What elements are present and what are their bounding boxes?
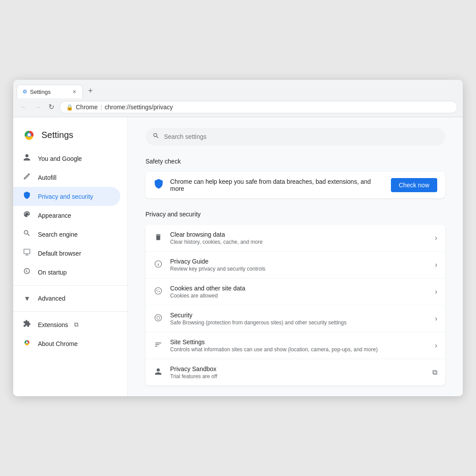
svg-point-6 [26,342,28,343]
new-tab-button[interactable]: + [84,83,97,98]
row-privacy-guide[interactable]: Privacy Guide Review key privacy and sec… [145,252,445,279]
row-subtitle-privacy-guide: Review key privacy and security controls [170,266,428,272]
sidebar-divider [13,285,127,286]
sidebar-advanced-header[interactable]: ▾ Advanced [13,289,120,308]
row-subtitle-clear-browsing: Clear history, cookies, cache, and more [170,239,428,245]
svg-rect-3 [24,249,30,254]
svg-point-11 [156,290,157,290]
settings-title: Settings [41,130,73,140]
active-tab[interactable]: ⚙ Settings × [17,85,83,98]
sidebar: Settings You and Google Autofill Privacy… [13,117,128,396]
privacy-sandbox-icon [153,368,163,378]
row-security[interactable]: Security Safe Browsing (protection from … [145,305,445,332]
search-input[interactable] [164,133,438,140]
row-subtitle-privacy-sandbox: Trial features are off [170,373,425,379]
forward-button[interactable]: → [33,102,43,112]
sidebar-item-default-browser[interactable]: Default browser [13,244,120,263]
tab-label: Settings [30,89,69,95]
svg-point-14 [157,291,158,292]
search-engine-icon [22,229,32,239]
sidebar-item-extensions[interactable]: Extensions ⧉ [13,315,120,334]
chrome-logo [22,128,36,142]
row-title-cookies: Cookies and other site data [170,285,428,292]
site-settings-icon [153,341,163,351]
tab-favicon: ⚙ [22,89,27,95]
row-title-privacy-sandbox: Privacy Sandbox [170,365,425,372]
search-bar[interactable] [145,128,445,145]
row-subtitle-site-settings: Controls what information sites can use … [170,346,428,353]
default-browser-icon [22,248,32,258]
sidebar-item-you-and-google[interactable]: You and Google [13,149,120,168]
settings-page: Settings You and Google Autofill Privacy… [13,117,463,396]
sidebar-label-about-chrome: About Chrome [38,340,78,347]
sidebar-divider-2 [13,311,127,312]
search-icon [152,132,160,141]
safety-check-title: Safety check [145,158,445,165]
sidebar-item-privacy-security[interactable]: Privacy and security [13,187,120,206]
row-cookies[interactable]: Cookies and other site data Cookies are … [145,279,445,305]
row-external-privacy-sandbox: ⧉ [432,368,437,376]
appearance-icon [22,210,32,220]
refresh-button[interactable]: ↻ [47,102,56,112]
sidebar-label-appearance: Appearance [38,212,71,219]
back-button[interactable]: ← [19,102,29,112]
row-title-site-settings: Site Settings [170,338,428,346]
svg-point-10 [155,287,162,294]
sidebar-item-about-chrome[interactable]: About Chrome [13,334,120,353]
row-subtitle-security: Safe Browsing (protection from dangerous… [170,320,428,326]
row-arrow-clear-browsing: › [435,234,437,242]
extensions-icon [22,320,32,330]
shield-icon [22,191,32,201]
privacy-guide-icon [153,260,163,270]
sidebar-item-on-startup[interactable]: On startup [13,263,120,282]
row-clear-browsing[interactable]: Clear browsing data Clear history, cooki… [145,225,445,252]
privacy-security-card: Clear browsing data Clear history, cooki… [145,225,445,386]
svg-point-2 [28,134,31,137]
check-now-button[interactable]: Check now [391,178,437,192]
row-title-privacy-guide: Privacy Guide [170,258,428,265]
sidebar-label-you-and-google: You and Google [38,155,82,162]
about-chrome-icon [22,338,32,349]
row-privacy-sandbox[interactable]: Privacy Sandbox Trial features are off ⧉ [145,359,445,386]
safety-description: Chrome can help keep you safe from data … [170,178,385,192]
sidebar-label-extensions: Extensions [38,321,68,328]
clear-browsing-icon [153,233,163,243]
row-site-settings[interactable]: Site Settings Controls what information … [145,332,445,359]
privacy-security-section-title: Privacy and security [145,211,445,218]
autofill-icon [22,172,32,182]
sidebar-label-autofill: Autofill [38,174,56,181]
cookies-icon [153,287,163,297]
row-arrow-site-settings: › [435,342,437,350]
person-icon [22,153,32,164]
extensions-external-icon: ⧉ [74,321,78,328]
safety-check-card: Chrome can help keep you safe from data … [145,172,445,198]
svg-point-13 [159,291,160,292]
sidebar-item-autofill[interactable]: Autofill [13,168,120,187]
row-arrow-privacy-guide: › [435,261,437,269]
address-bar: ← → ↻ 🔒 Chrome | chrome://settings/priva… [13,98,463,117]
row-content-security: Security Safe Browsing (protection from … [170,312,428,326]
advanced-expand-icon: ▾ [22,294,32,303]
sidebar-label-on-startup: On startup [38,269,67,276]
url-bar[interactable]: 🔒 Chrome | chrome://settings/privacy [60,101,457,113]
row-content-clear-browsing: Clear browsing data Clear history, cooki… [170,231,428,245]
sidebar-advanced-label: Advanced [38,295,65,302]
sidebar-label-default-browser: Default browser [38,250,81,257]
row-arrow-security: › [435,315,437,323]
row-content-privacy-sandbox: Privacy Sandbox Trial features are off [170,365,425,379]
safety-shield-icon [153,178,164,192]
browser-window: ⚙ Settings × + ← → ↻ 🔒 Chrome | chrome:/… [13,80,463,396]
svg-point-12 [159,289,160,290]
row-subtitle-cookies: Cookies are allowed [170,293,428,299]
row-title-security: Security [170,312,428,319]
on-startup-icon [22,267,32,277]
main-content: Safety check Chrome can help keep you sa… [128,117,463,396]
row-arrow-cookies: › [435,288,437,296]
row-title-clear-browsing: Clear browsing data [170,231,428,238]
sidebar-item-search-engine[interactable]: Search engine [13,225,120,244]
settings-logo: Settings [13,124,127,149]
tab-close-button[interactable]: × [72,88,77,95]
sidebar-label-search-engine: Search engine [38,231,78,238]
security-icon [153,314,163,324]
sidebar-item-appearance[interactable]: Appearance [13,206,120,225]
